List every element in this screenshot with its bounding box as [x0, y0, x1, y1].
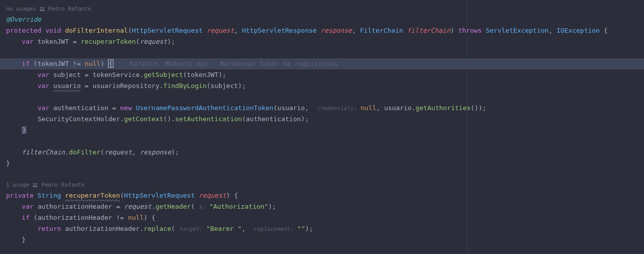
- param-hint: credentials:: [316, 105, 356, 112]
- caret-brace: {: [109, 60, 114, 67]
- code-line[interactable]: [6, 92, 644, 103]
- code-line[interactable]: [6, 47, 644, 58]
- usage-count: 1 usage: [6, 180, 29, 191]
- svg-point-2: [33, 183, 35, 185]
- code-line[interactable]: protected void doFilterInternal(HttpServ…: [6, 25, 644, 36]
- author-name: Pedro Rafante: [41, 180, 84, 191]
- author-icon: [39, 7, 45, 12]
- matching-brace: }: [22, 126, 27, 134]
- code-line[interactable]: [6, 136, 644, 147]
- usage-hint-1[interactable]: no usages Pedro Rafante: [6, 4, 644, 14]
- warning-var: usuario: [53, 82, 81, 90]
- code-line[interactable]: [6, 169, 644, 180]
- code-line[interactable]: return authorizationHeader.replace( targ…: [6, 223, 644, 234]
- code-line[interactable]: filterChain.doFilter(request, response);: [6, 147, 644, 158]
- svg-point-1: [42, 7, 44, 9]
- code-line[interactable]: var tokenJWT = recuperarToken(request);: [6, 36, 644, 47]
- usage-hint-2[interactable]: 1 usage Pedro Rafante: [6, 180, 644, 190]
- param-hint: s:: [199, 204, 205, 210]
- svg-point-0: [40, 7, 42, 9]
- method-name: recuperarToken: [65, 192, 120, 199]
- svg-point-3: [36, 183, 37, 185]
- code-line[interactable]: var authentication = new UsernamePasswor…: [6, 103, 644, 114]
- code-editor[interactable]: no usages Pedro Rafante @Override protec…: [0, 0, 644, 245]
- author-icon: [32, 183, 38, 188]
- code-line[interactable]: var authorizationHeader = request.getHea…: [6, 201, 644, 212]
- code-line[interactable]: }: [6, 125, 644, 136]
- code-line[interactable]: @Override: [6, 14, 644, 25]
- code-line-highlighted[interactable]: if (tokenJWT != null) { Rafante, Moments…: [0, 58, 644, 69]
- code-line[interactable]: }: [6, 234, 644, 245]
- author-name: Pedro Rafante: [48, 4, 91, 15]
- code-line[interactable]: SecurityContextHolder.getContext().setAu…: [6, 114, 644, 125]
- inline-blame: Rafante, Moments ago · Recebendo token n…: [129, 60, 338, 67]
- code-line[interactable]: private String recuperarToken(HttpServle…: [6, 190, 644, 201]
- usage-count: no usages: [6, 4, 36, 15]
- code-line[interactable]: var subject = tokenService.getSubject(to…: [6, 69, 644, 80]
- code-line[interactable]: var usuario = usuarioRepository.findByLo…: [6, 80, 644, 92]
- code-line[interactable]: if (authorizationHeader != null) {: [6, 212, 644, 223]
- param-hint: replacement:: [254, 226, 293, 232]
- annotation: @Override: [6, 16, 41, 23]
- code-line[interactable]: }: [6, 158, 644, 169]
- param-hint: target:: [179, 226, 202, 232]
- method-name: doFilterInternal: [65, 27, 128, 34]
